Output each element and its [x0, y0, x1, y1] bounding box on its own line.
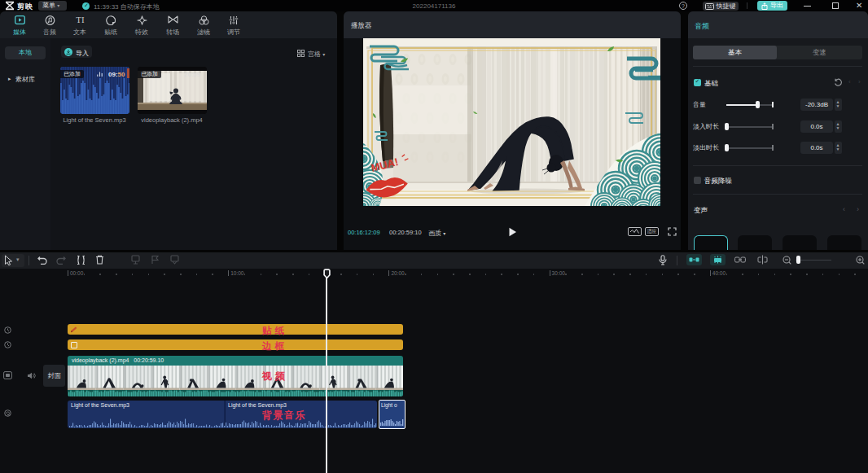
svg-text:Light o: Light o [381, 402, 397, 409]
